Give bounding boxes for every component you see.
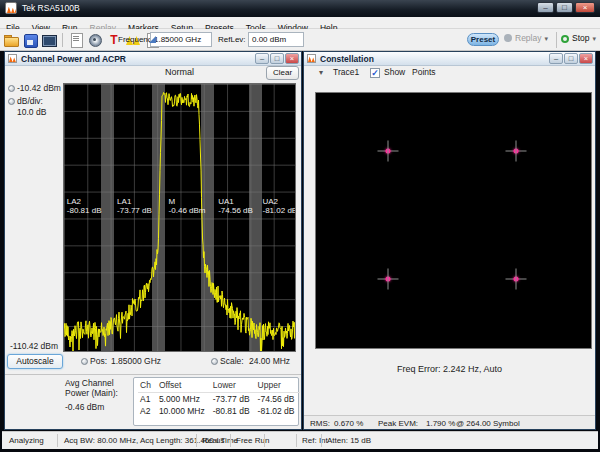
marker-name: LA2	[67, 197, 102, 206]
chevron-down-icon[interactable]: ▾	[319, 68, 323, 77]
acpr-results-table-container: ChOffsetLowerUpperA15.000 MHz-73.77 dB-7…	[133, 377, 299, 426]
acpr-col-lower: Lower	[211, 379, 256, 393]
show-checkbox[interactable]: ✓	[370, 68, 380, 78]
pos-label: Pos:	[90, 356, 107, 366]
status-separator	[57, 434, 58, 447]
autoscale-button[interactable]: Autoscale	[7, 354, 63, 369]
channel-power-titlebar: Channel Power and ACPR –□×	[5, 52, 301, 66]
channel-power-panel: Channel Power and ACPR –□× Normal Clear …	[4, 51, 302, 430]
print-icon[interactable]	[68, 32, 84, 48]
marker-label-UA1[interactable]: UA1-74.56 dB	[218, 197, 253, 215]
status-separator	[230, 434, 231, 447]
channel-power-title: Channel Power and ACPR	[21, 54, 126, 64]
marker-label-LA2[interactable]: LA2-80.81 dB	[67, 197, 102, 215]
tek-app-icon	[5, 2, 17, 14]
constellation-symbol-dot	[386, 149, 391, 154]
open-folder-icon[interactable]	[3, 32, 19, 48]
stop-dropdown-arrow[interactable]: ▾	[593, 35, 597, 42]
toolbar-separator	[62, 33, 63, 47]
minimize-button[interactable]: –	[255, 53, 269, 64]
bottom-level-value: -110.42 dBm	[10, 341, 58, 351]
peak-evm-value: 1.790 %	[426, 419, 455, 428]
trace-mode-label[interactable]: Normal	[63, 67, 296, 77]
constellation-point	[378, 269, 399, 290]
stop-button[interactable]: Stop▾	[561, 33, 596, 47]
marker-value: -0.46 dBm	[169, 206, 206, 215]
status-item-5: Atten: 15 dB	[327, 436, 371, 445]
frequency-field[interactable]: 1.85000 GHz	[150, 32, 212, 47]
acpr-cell: A2	[138, 405, 157, 417]
status-separator	[321, 434, 322, 447]
marker-name: UA2	[263, 197, 296, 206]
marker-label-UA2[interactable]: UA2-81.02 dB	[263, 197, 296, 215]
db-div-label: dB/div:	[17, 96, 43, 106]
constellation-point	[506, 269, 527, 290]
db-div-value[interactable]: 10.0 dB	[17, 107, 46, 117]
save-icon[interactable]	[22, 32, 38, 48]
pos-knob-icon[interactable]	[81, 358, 88, 365]
constellation-titlebar: Constellation –□×	[304, 52, 595, 66]
section-divider	[5, 374, 301, 375]
db-div-knob-icon[interactable]	[8, 98, 15, 105]
avg-channel-power-label: Avg Channel Power (Main): -0.46 dBm	[65, 378, 135, 412]
panel-icon	[8, 54, 17, 63]
toolbar: T Frequency: 1.85000 GHz RefLev: 0.00 dB…	[0, 29, 600, 51]
scale-knob-icon[interactable]	[211, 358, 218, 365]
points-label[interactable]: Points	[412, 67, 436, 77]
minimize-button[interactable]: –	[537, 2, 554, 13]
status-separator	[196, 434, 197, 447]
maximize-button[interactable]: □	[270, 53, 284, 64]
acpr-cell: 10.000 MHz	[157, 405, 211, 417]
scale-value[interactable]: 24.00 MHz	[249, 356, 290, 366]
acpr-row: A210.000 MHz-80.81 dB-81.02 dB	[138, 405, 300, 417]
application-window: Tek RSA5100B –□× FileViewRunReplayMarker…	[0, 0, 600, 452]
acpr-col-ch: Ch	[138, 379, 157, 393]
maximize-button[interactable]: □	[556, 2, 573, 13]
marker-name: UA1	[218, 197, 253, 206]
ref-level-knob-icon[interactable]	[8, 85, 15, 92]
displays-icon[interactable]	[41, 32, 57, 48]
evm-status-bar: RMS: 0.670 % Peak EVM: 1.790 % @ 264.00 …	[304, 415, 595, 429]
spectrum-plot[interactable]: LA2-80.81 dBLA1-73.77 dBM-0.46 dBmUA1-74…	[63, 83, 296, 352]
constellation-point	[506, 141, 527, 162]
rms-value: 0.670 %	[334, 419, 363, 428]
title-bar: Tek RSA5100B –□×	[0, 0, 600, 17]
channel-power-window-controls: –□×	[255, 53, 299, 64]
minimize-button[interactable]: –	[549, 53, 563, 64]
close-button[interactable]: ×	[575, 2, 595, 13]
constellation-symbol-dot	[386, 277, 391, 282]
close-button[interactable]: ×	[285, 53, 299, 64]
constellation-window-controls: –□×	[549, 53, 593, 64]
acpr-table: ChOffsetLowerUpperA15.000 MHz-73.77 dB-7…	[138, 379, 300, 417]
menu-bar: FileViewRunReplayMarkersSetupPresetsTool…	[0, 17, 600, 29]
show-label[interactable]: Show	[384, 67, 405, 77]
constellation-symbol-dot	[514, 277, 519, 282]
stop-icon	[561, 35, 569, 43]
status-separator	[264, 434, 265, 447]
panel-icon	[307, 54, 316, 63]
marker-label-M[interactable]: M-0.46 dBm	[169, 197, 206, 215]
marker-label-LA1[interactable]: LA1-73.77 dB	[117, 197, 152, 215]
reflev-label: RefLev:	[218, 35, 246, 44]
pos-value[interactable]: 1.85000 GHz	[111, 356, 161, 366]
scale-label: Scale:	[220, 356, 244, 366]
spectrum-trace-svg	[64, 84, 295, 351]
replay-icon	[504, 34, 512, 42]
acpr-cell: A1	[138, 393, 157, 406]
status-item-0: Analyzing	[9, 436, 44, 445]
trace-selector[interactable]: Trace1	[333, 67, 359, 77]
reflev-field[interactable]: 0.00 dBm	[248, 32, 304, 47]
window-controls: –□×	[537, 2, 595, 13]
acpr-cell: -74.56 dB	[256, 393, 301, 406]
acpr-row: A15.000 MHz-73.77 dB-74.56 dB	[138, 393, 300, 406]
maximize-button[interactable]: □	[564, 53, 578, 64]
marker-name: LA1	[117, 197, 152, 206]
preset-button[interactable]: Preset	[467, 33, 499, 46]
settings-gear-icon[interactable]	[87, 32, 103, 48]
constellation-panel: Constellation –□× ▾ Trace1 ✓ Show Points…	[303, 51, 596, 430]
clear-button[interactable]: Clear	[266, 66, 299, 80]
replay-button: Replay▾	[504, 33, 548, 47]
window-title: Tek RSA5100B	[22, 3, 80, 13]
ref-level-value[interactable]: -10.42 dBm	[17, 83, 61, 93]
close-button[interactable]: ×	[579, 53, 593, 64]
